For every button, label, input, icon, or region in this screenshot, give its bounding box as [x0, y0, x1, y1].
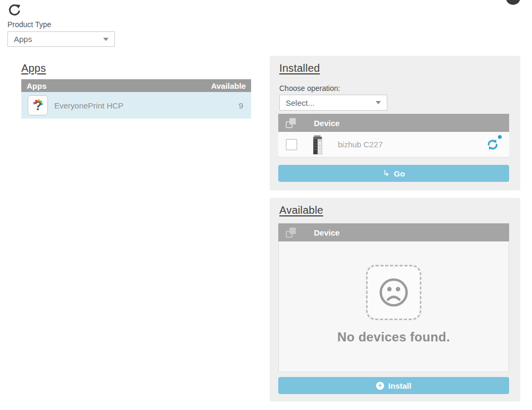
install-button[interactable]: + Install: [278, 377, 509, 394]
select-all-icon[interactable]: [286, 118, 296, 128]
empty-state-message: No devices found.: [337, 330, 450, 345]
device-name: bizhub C227: [338, 140, 486, 149]
device-column-header: Device: [314, 228, 339, 237]
sad-face-icon: [366, 265, 421, 320]
table-row[interactable]: ? EveryonePrint HCP 9: [21, 92, 251, 119]
choose-operation-label: Choose operation:: [279, 84, 340, 93]
go-arrow-icon: ↳: [383, 169, 389, 178]
available-panel: Available Device No devices found.: [270, 198, 520, 401]
device-checkbox[interactable]: [286, 139, 297, 150]
go-button-label: Go: [394, 169, 405, 178]
installed-heading: Installed: [279, 62, 320, 74]
app-management-page: Product Type Apps Apps Apps Available ? …: [0, 0, 532, 410]
install-plus-icon: +: [376, 382, 384, 390]
available-heading: Available: [279, 204, 323, 216]
sync-status-icon[interactable]: [486, 138, 500, 152]
device-table-header: Device: [278, 223, 509, 241]
app-available-count: 9: [239, 101, 245, 110]
apps-table-header: Apps Available: [21, 79, 251, 92]
select-all-icon[interactable]: [286, 228, 296, 238]
available-table-body: No devices found.: [278, 241, 509, 372]
install-button-label: Install: [388, 381, 411, 390]
everyoneprint-app-icon: ?: [28, 95, 48, 115]
installed-panel: Installed Choose operation: Select... De…: [270, 56, 520, 190]
operation-select[interactable]: Select...: [279, 95, 387, 111]
device-column-header: Device: [314, 119, 339, 128]
table-row[interactable]: bizhub C227: [278, 132, 509, 157]
go-button[interactable]: ↳ Go: [278, 165, 509, 182]
user-avatar[interactable]: [506, 0, 520, 5]
apps-column-header: Apps: [27, 81, 47, 90]
sync-pending-dot: [498, 135, 502, 139]
available-device-table: Device No devices found.: [278, 223, 509, 372]
apps-table: Apps Available ? EveryonePrint HCP 9: [21, 79, 251, 119]
installed-device-table: Device bizhub C227: [278, 114, 509, 157]
product-type-select[interactable]: Apps: [7, 31, 115, 47]
chevron-down-icon: [376, 101, 381, 104]
product-type-label: Product Type: [7, 20, 51, 29]
product-type-value: Apps: [14, 35, 32, 44]
printer-device-image: [313, 135, 322, 155]
app-name: EveryonePrint HCP: [54, 101, 239, 110]
apps-section-heading: Apps: [21, 62, 46, 74]
refresh-icon[interactable]: [7, 3, 22, 18]
available-column-header: Available: [211, 81, 246, 90]
operation-value: Select...: [286, 98, 314, 107]
chevron-down-icon: [103, 38, 109, 41]
device-table-header: Device: [278, 114, 509, 132]
